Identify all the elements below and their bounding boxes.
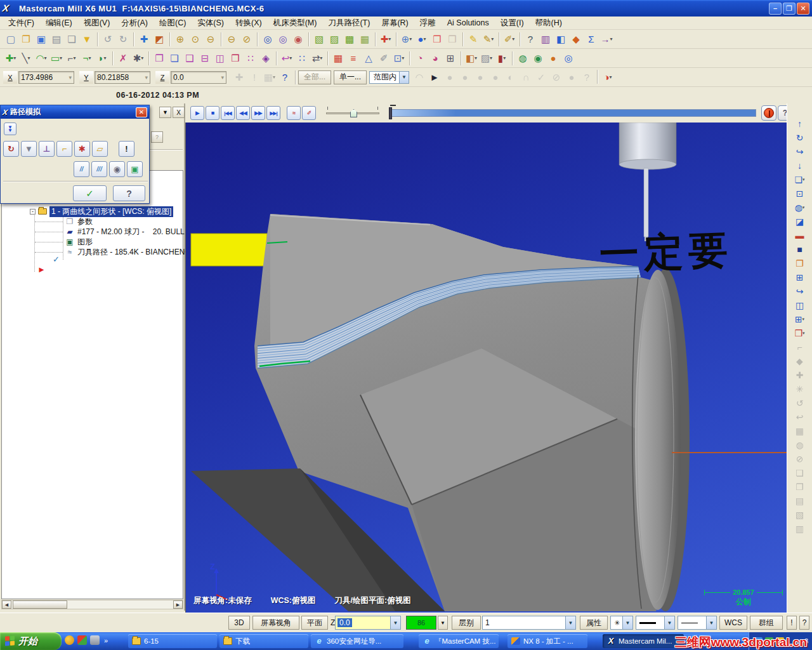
- alert-button[interactable]: !: [787, 616, 797, 630]
- tool-display-icon[interactable]: ▮: [494, 51, 509, 66]
- scrollbar-thumb[interactable]: [13, 600, 67, 609]
- y-coord-field[interactable]: 80.21858▾: [95, 71, 150, 84]
- xform-copy-icon[interactable]: ❏: [167, 51, 182, 66]
- view-grid-menu-icon[interactable]: ⊞: [792, 312, 808, 326]
- dialog-ok-button[interactable]: ✓: [73, 185, 107, 201]
- simulation-progress-bar[interactable]: [390, 109, 756, 117]
- panel-horizontal-scrollbar[interactable]: ◀ ▶: [1, 600, 183, 609]
- quicklaunch-icon-3[interactable]: [90, 635, 100, 645]
- halt-button[interactable]: [761, 105, 776, 121]
- gview-select-icon[interactable]: ◑: [600, 70, 615, 85]
- line-width-combo[interactable]: ▼: [678, 616, 717, 630]
- step-forward-button[interactable]: ▶▶: [251, 106, 265, 120]
- view-rotate-icon[interactable]: ↻: [792, 131, 808, 144]
- z-coord-field[interactable]: 0.0▾: [171, 71, 226, 84]
- zoom-out-50-icon[interactable]: ⊖: [224, 32, 239, 47]
- fixture-show-button[interactable]: ⌐: [56, 141, 72, 157]
- surface-chisel-icon[interactable]: ✐: [376, 51, 391, 66]
- print-icon[interactable]: ▤: [49, 32, 64, 47]
- help-button[interactable]: ?: [799, 616, 809, 630]
- create-chamfer-icon[interactable]: ¬: [79, 51, 95, 66]
- repaint-icon[interactable]: ◎: [260, 32, 275, 47]
- save-as-geometry-button[interactable]: ▣: [127, 161, 143, 177]
- view-dark-cube-icon[interactable]: ■: [792, 242, 808, 256]
- xform-scale-icon[interactable]: ❒: [228, 51, 243, 66]
- solid-box-red-icon[interactable]: ❒: [429, 32, 445, 47]
- blank-entity-icon[interactable]: ◎: [275, 32, 291, 47]
- stock-setup-icon[interactable]: ⊡: [391, 51, 407, 66]
- op-defaults-icon[interactable]: ◔: [412, 51, 428, 66]
- redo-icon[interactable]: ↻: [115, 32, 131, 47]
- delete-duplicates-icon[interactable]: ✎: [481, 32, 496, 47]
- snapshot-button[interactable]: ◉: [109, 161, 125, 177]
- zoom-window-icon[interactable]: ⊕: [173, 32, 188, 47]
- tree-item-label[interactable]: 刀具路径 - 185.4K - BIANCHENG.N: [77, 247, 199, 258]
- create-fillet-icon[interactable]: ⌐: [64, 51, 79, 66]
- create-rect-icon[interactable]: ▭: [49, 51, 64, 66]
- zoom-in-out-icon[interactable]: ⊖: [203, 32, 218, 47]
- create-line-icon[interactable]: ╲: [18, 51, 34, 66]
- menu-item-11[interactable]: 浮雕: [414, 17, 442, 30]
- view-cube-add-icon[interactable]: ❏: [792, 173, 808, 186]
- level-button[interactable]: 层别: [452, 616, 481, 630]
- play-button[interactable]: ▶: [190, 106, 204, 120]
- analyze-angle-icon[interactable]: ◆: [568, 32, 584, 47]
- line-style-combo[interactable]: ▼: [636, 616, 675, 630]
- tree-item-label[interactable]: #177 - M2.00 球刀 - 20. BULL: [77, 227, 185, 237]
- quicklaunch-icon-1[interactable]: [65, 635, 74, 645]
- plane-button[interactable]: 平面: [301, 616, 328, 630]
- wireframe-display-icon[interactable]: ⊕: [399, 32, 414, 47]
- endpoints-show-button[interactable]: ✱: [74, 141, 90, 157]
- point-style-combo[interactable]: ✳▼: [610, 616, 633, 630]
- panel-dropdown-button[interactable]: ▼: [159, 107, 171, 118]
- stop-button[interactable]: ■: [206, 106, 219, 120]
- view-trim-icon[interactable]: ◪: [792, 215, 808, 228]
- grid-snap-icon[interactable]: ∷: [294, 51, 310, 66]
- tree-item-params[interactable]: ❐参数: [65, 216, 186, 227]
- quicklaunch-icon-2[interactable]: [77, 635, 87, 645]
- hide-all-paths-button[interactable]: ///: [91, 161, 107, 177]
- menu-item-10[interactable]: 屏幕(R): [376, 17, 414, 30]
- unblank-entity-icon[interactable]: ◉: [291, 32, 306, 47]
- slider-handle[interactable]: [350, 109, 357, 117]
- create-cylinder-icon[interactable]: ◗: [95, 51, 110, 66]
- color-dropdown-button[interactable]: ▼: [438, 616, 448, 630]
- taskbar-button-3[interactable]: e360安全网址导...: [311, 634, 403, 648]
- machine-levels-icon[interactable]: ≡: [346, 51, 361, 66]
- hide-toolpath-button[interactable]: //: [74, 161, 89, 177]
- gview-front-icon[interactable]: ▨: [327, 32, 342, 47]
- delete-entity-icon[interactable]: ✎: [466, 32, 481, 47]
- verify-world-icon[interactable]: ◍: [515, 51, 530, 66]
- tree-item-label[interactable]: 参数: [77, 216, 93, 227]
- menu-item-6[interactable]: 实体(S): [192, 17, 230, 30]
- menu-item-14[interactable]: 帮助(H): [530, 17, 568, 30]
- simulate-loop-button[interactable]: ↻: [3, 141, 19, 157]
- progress-handle[interactable]: [389, 107, 392, 119]
- taskbar-button-6[interactable]: XMastercam Mil...: [603, 634, 684, 648]
- xform-translate-icon[interactable]: ❐: [152, 51, 167, 66]
- chevron-down-icon[interactable]: ▼: [399, 72, 409, 83]
- panel-close-button[interactable]: X: [173, 107, 185, 118]
- exit-mastercam-icon[interactable]: →: [599, 32, 614, 47]
- alert-button[interactable]: !: [119, 141, 134, 157]
- create-arc-icon[interactable]: ◠: [34, 51, 49, 66]
- speed-slider[interactable]: [326, 107, 379, 119]
- 3d-mode-button[interactable]: 3D: [228, 616, 250, 630]
- dynamic-rotate-icon[interactable]: ◩: [152, 32, 167, 47]
- view-grid4-icon[interactable]: ⊞: [792, 270, 808, 284]
- tree-collapse-icon[interactable]: -: [30, 209, 36, 215]
- menu-item-4[interactable]: 分析(A): [115, 17, 154, 30]
- taskbar-button-5[interactable]: NX 8 - 加工 - ...: [508, 634, 587, 648]
- tree-item-label[interactable]: 图形: [77, 237, 93, 248]
- screen-view-button[interactable]: 屏幕视角: [252, 616, 299, 630]
- taskbar-button-2[interactable]: 下载: [219, 634, 308, 648]
- tree-item-tool[interactable]: ▰#177 - M2.00 球刀 - 20. BULL: [65, 227, 186, 237]
- view-swoosh-icon[interactable]: ↪: [792, 284, 808, 298]
- cursor-arrow-icon[interactable]: ►: [427, 70, 442, 85]
- close-button[interactable]: ✕: [797, 3, 809, 15]
- mirror-symmetry-icon[interactable]: ✱: [131, 51, 146, 66]
- analyze-entity-icon[interactable]: ?: [523, 32, 538, 47]
- taskbar-button-4[interactable]: e『MasterCAM 技...: [419, 634, 499, 648]
- machine-grid-icon[interactable]: ▦: [331, 51, 346, 66]
- save-file-icon[interactable]: ▣: [34, 32, 49, 47]
